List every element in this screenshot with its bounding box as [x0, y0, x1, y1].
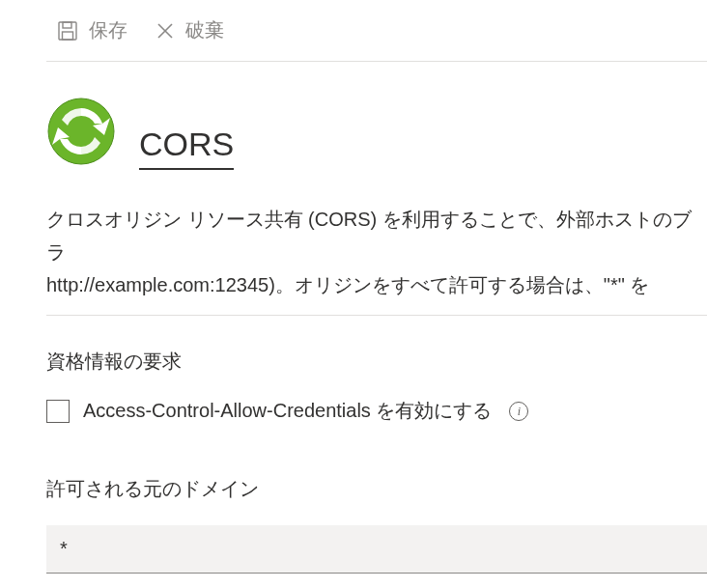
title-row: CORS	[46, 97, 707, 170]
credentials-checkbox[interactable]	[46, 400, 70, 423]
description-line-1: クロスオリジン リソース共有 (CORS) を利用することで、外部ホストのブラ	[46, 203, 707, 268]
save-button[interactable]: 保存	[56, 17, 127, 43]
credentials-checkbox-label: Access-Control-Allow-Credentials を有効にする	[83, 398, 492, 424]
svg-rect-0	[59, 22, 76, 40]
close-icon	[155, 20, 176, 42]
content-area: CORS クロスオリジン リソース共有 (CORS) を利用することで、外部ホス…	[0, 62, 707, 574]
credentials-checkbox-row: Access-Control-Allow-Credentials を有効にする …	[46, 398, 707, 424]
discard-button[interactable]: 破棄	[155, 17, 224, 43]
description-line-2: http://example.com:12345)。オリジンをすべて許可する場合…	[46, 268, 707, 301]
cors-description: クロスオリジン リソース共有 (CORS) を利用することで、外部ホストのブラ …	[46, 203, 707, 316]
credentials-section-label: 資格情報の要求	[46, 349, 707, 375]
discard-label: 破棄	[185, 17, 224, 43]
save-label: 保存	[89, 17, 127, 43]
toolbar: 保存 破棄	[0, 0, 707, 61]
allowed-origin-input[interactable]	[46, 525, 707, 574]
svg-rect-1	[63, 22, 71, 28]
allowed-origins-label: 許可される元のドメイン	[46, 476, 707, 502]
app-icon	[46, 97, 116, 170]
save-icon	[56, 19, 79, 42]
svg-rect-2	[63, 32, 73, 40]
page-title: CORS	[139, 126, 234, 170]
info-icon[interactable]: i	[509, 402, 528, 421]
